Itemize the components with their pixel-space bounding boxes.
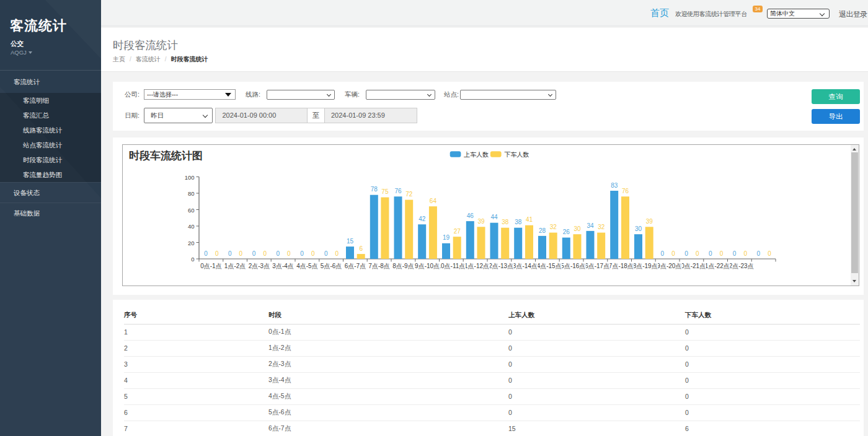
svg-text:0: 0: [660, 250, 664, 257]
svg-text:34: 34: [587, 222, 594, 229]
svg-text:27: 27: [454, 228, 461, 235]
svg-text:3点-4点: 3点-4点: [272, 263, 293, 269]
svg-text:0: 0: [300, 250, 304, 257]
svg-text:64: 64: [430, 198, 437, 204]
svg-text:0: 0: [311, 250, 315, 257]
svg-text:39: 39: [646, 218, 653, 225]
svg-text:44: 44: [490, 214, 498, 220]
svg-text:60: 60: [188, 207, 195, 214]
svg-text:0: 0: [671, 250, 675, 257]
svg-text:0: 0: [276, 250, 280, 257]
svg-text:0: 0: [204, 250, 208, 257]
svg-text:40: 40: [188, 223, 195, 230]
svg-text:下车人数: 下车人数: [505, 151, 529, 158]
svg-text:26: 26: [563, 229, 570, 235]
svg-text:39: 39: [477, 218, 485, 225]
svg-text:20: 20: [188, 240, 195, 246]
svg-text:0: 0: [287, 250, 291, 257]
svg-text:0: 0: [335, 250, 339, 257]
svg-text:0: 0: [263, 250, 267, 257]
svg-text:0: 0: [720, 250, 724, 257]
svg-text:0: 0: [252, 250, 256, 257]
svg-text:100: 100: [185, 174, 195, 181]
svg-text:0: 0: [768, 250, 771, 257]
svg-text:19: 19: [443, 234, 450, 241]
svg-text:0: 0: [733, 250, 737, 257]
svg-text:15: 15: [347, 238, 354, 245]
svg-text:0: 0: [756, 250, 760, 257]
svg-text:75: 75: [381, 188, 389, 195]
svg-text:38: 38: [515, 219, 522, 225]
svg-text:7点-8点: 7点-8点: [368, 263, 389, 269]
svg-text:6点-7点: 6点-7点: [345, 263, 366, 269]
svg-text:1点-2点: 1点-2点: [224, 263, 246, 269]
svg-text:30: 30: [574, 225, 581, 232]
svg-text:32: 32: [550, 224, 557, 230]
svg-text:5点-6点: 5点-6点: [321, 263, 342, 269]
svg-text:2点-3点: 2点-3点: [249, 263, 270, 269]
svg-text:4点-5点: 4点-5点: [296, 263, 317, 269]
svg-text:0: 0: [239, 250, 243, 257]
svg-text:83: 83: [611, 182, 618, 189]
svg-text:0: 0: [696, 250, 699, 257]
svg-text:8点-9点: 8点-9点: [392, 263, 414, 269]
svg-text:上车人数: 上车人数: [463, 151, 489, 158]
svg-text:41: 41: [526, 216, 533, 223]
svg-text:6: 6: [359, 245, 363, 252]
svg-text:28: 28: [539, 227, 546, 234]
svg-text:76: 76: [394, 188, 402, 194]
svg-text:72: 72: [405, 191, 413, 198]
svg-text:0点-1点: 0点-1点: [200, 263, 221, 269]
svg-text:38: 38: [502, 219, 509, 225]
svg-text:30: 30: [635, 225, 642, 232]
svg-text:32: 32: [598, 224, 605, 230]
svg-text:78: 78: [371, 186, 378, 193]
svg-text:46: 46: [467, 212, 474, 219]
svg-text:0: 0: [215, 250, 219, 257]
svg-text:0: 0: [191, 256, 194, 263]
svg-text:0: 0: [228, 250, 232, 257]
svg-text:9点-10点: 9点-10点: [415, 263, 440, 269]
svg-text:10点-11点: 10点-11点: [437, 263, 465, 269]
svg-text:0: 0: [709, 250, 712, 257]
svg-text:0: 0: [743, 250, 747, 257]
svg-text:42: 42: [418, 216, 426, 222]
svg-text:0: 0: [684, 250, 688, 257]
svg-text:80: 80: [188, 190, 195, 197]
svg-text:0: 0: [324, 250, 328, 257]
svg-text:76: 76: [622, 188, 629, 194]
